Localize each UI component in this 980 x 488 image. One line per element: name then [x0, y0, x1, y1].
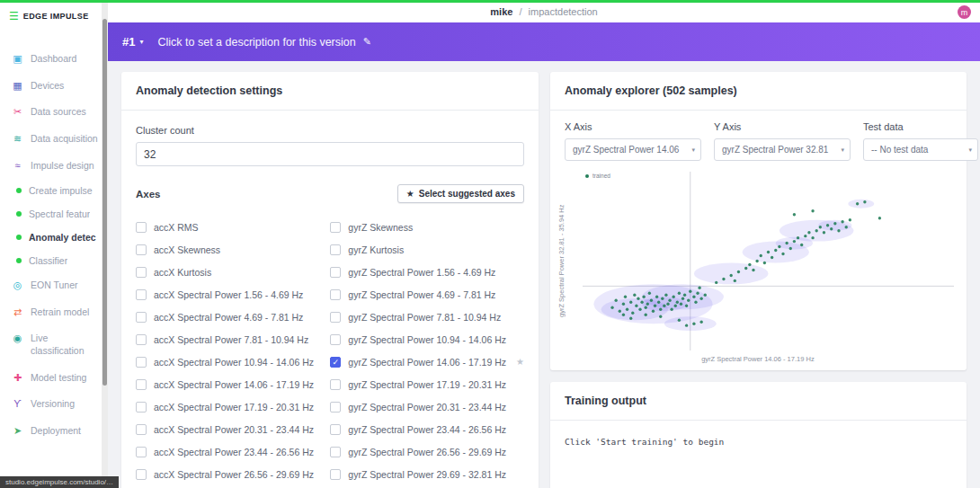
version-number: #1	[122, 35, 135, 49]
axis-checkbox-row[interactable]: accX Spectral Power 14.06 - 17.19 Hz	[136, 373, 319, 395]
axis-checkbox[interactable]	[330, 469, 341, 480]
edge-impulse-logo[interactable]: ☰ EDGE IMPULSE	[0, 3, 102, 31]
sidebar-item-retrain-model[interactable]: ⇄ Retrain model	[12, 299, 102, 326]
sidebar-item-deployment[interactable]: ➤ Deployment	[12, 418, 102, 445]
axis-checkbox-row[interactable]: accX Kurtosis	[136, 261, 319, 283]
axis-checkbox[interactable]	[330, 312, 341, 323]
axis-checkbox[interactable]	[136, 222, 147, 233]
axis-checkbox[interactable]	[330, 267, 341, 278]
axis-checkbox-row[interactable]: gyrZ Spectral Power 29.69 - 32.81 Hz	[330, 463, 524, 485]
sidebar-nav: ▣ Dashboard ▦ Devices ✂ Data sources ≋ D…	[0, 31, 102, 445]
axis-label: accX Spectral Power 14.06 - 17.19 Hz	[154, 379, 314, 390]
axis-label: gyrZ Spectral Power 26.56 - 29.69 Hz	[348, 447, 506, 457]
x-axis-select[interactable]: gyrZ Spectral Power 14.06 ▾	[565, 138, 701, 161]
axis-checkbox[interactable]	[330, 244, 341, 255]
devices-icon: ▦	[12, 80, 23, 92]
version-description[interactable]: Click to set a description for this vers…	[157, 36, 370, 49]
axis-checkbox[interactable]	[136, 379, 147, 390]
sidebar-item-impulse-design[interactable]: ≈ Impulse design	[12, 153, 102, 180]
axis-checkbox-row[interactable]: accX Spectral Power 17.19 - 20.31 Hz	[136, 395, 319, 418]
topbar: mike / impactdetection m	[108, 3, 980, 22]
axis-checkbox-row[interactable]: accX Spectral Power 4.69 - 7.81 Hz	[136, 306, 319, 328]
sidebar-scrollbar[interactable]	[102, 3, 108, 488]
axis-checkbox[interactable]	[136, 334, 147, 345]
sidebar-item-spectral-features[interactable]: Spectral featur	[12, 202, 102, 226]
axis-checkbox-row[interactable]: gyrZ Kurtosis	[330, 238, 524, 261]
axis-label: accX Spectral Power 26.56 - 29.69 Hz	[154, 469, 314, 480]
axis-checkbox-row[interactable]: gyrZ Skewness	[330, 216, 524, 238]
axis-checkbox-row[interactable]: gyrZ Spectral Power 17.19 - 20.31 Hz	[330, 373, 524, 395]
axis-checkbox[interactable]	[136, 244, 147, 255]
axis-checkbox[interactable]	[330, 222, 341, 233]
axis-checkbox[interactable]	[136, 469, 147, 480]
chevron-down-icon: ▾	[139, 38, 143, 46]
axis-checkbox[interactable]	[330, 402, 341, 413]
axis-checkbox[interactable]	[330, 334, 341, 345]
edit-pencil-icon: ✎	[363, 36, 371, 48]
version-dropdown[interactable]: #1 ▾	[122, 35, 143, 49]
axis-checkbox-row[interactable]: gyrZ Spectral Power 23.44 - 26.56 Hz	[330, 418, 524, 440]
axis-checkbox-row[interactable]: accX Skewness	[136, 238, 319, 261]
axis-label: gyrZ Spectral Power 29.69 - 32.81 Hz	[348, 469, 506, 480]
sidebar-item-devices[interactable]: ▦ Devices	[12, 73, 102, 100]
axis-checkbox-row[interactable]: accX Spectral Power 26.56 - 29.69 Hz	[136, 463, 319, 485]
axis-checkbox-row[interactable]: gyrZ Spectral Power 26.56 - 29.69 Hz	[330, 440, 524, 463]
axis-checkbox[interactable]	[136, 312, 147, 323]
axis-checkbox[interactable]	[136, 289, 147, 300]
sidebar-item-classifier[interactable]: Classifier	[12, 249, 102, 272]
live-classification-icon: ◉	[12, 333, 23, 344]
star-icon: ★	[406, 189, 414, 199]
select-suggested-axes-button[interactable]: ★ Select suggested axes	[397, 184, 524, 203]
axis-checkbox-row[interactable]: gyrZ Spectral Power 4.69 - 7.81 Hz	[330, 283, 524, 306]
axis-checkbox[interactable]	[330, 447, 341, 457]
axis-checkbox-row[interactable]: accX Spectral Power 20.31 - 23.44 Hz	[136, 418, 319, 440]
axis-checkbox-row[interactable]: accX RMS	[136, 216, 319, 238]
axis-label: gyrZ Spectral Power 17.19 - 20.31 Hz	[348, 379, 506, 390]
axis-checkbox[interactable]	[330, 379, 341, 390]
axis-checkbox[interactable]	[136, 267, 147, 278]
x-axis-selected-value: gyrZ Spectral Power 14.06	[573, 145, 679, 155]
eon-tuner-icon: ◎	[12, 279, 23, 291]
sidebar-item-live-classification[interactable]: ◉ Live classification	[12, 325, 102, 364]
training-output-title: Training output	[550, 382, 967, 421]
breadcrumb-project[interactable]: impactdetection	[529, 6, 598, 17]
chart-x-axis-label: gyrZ Spectral Power 14.06 - 17.19 Hz	[701, 355, 814, 363]
training-output-card: Training output Click 'Start training' t…	[550, 382, 967, 488]
bullet-icon	[16, 235, 22, 240]
sidebar-item-dashboard[interactable]: ▣ Dashboard	[12, 46, 102, 73]
axes-header-row: Axes ★ Select suggested axes	[136, 184, 524, 203]
axis-checkbox-row[interactable]: accX Spectral Power 1.56 - 4.69 Hz	[136, 283, 319, 306]
axis-checkbox[interactable]	[136, 402, 147, 413]
axis-checkbox-row[interactable]: accX Spectral Power 10.94 - 14.06 Hz	[136, 350, 319, 373]
avatar[interactable]: m	[958, 5, 971, 19]
sidebar-item-data-acquisition[interactable]: ≋ Data acquisition	[12, 126, 102, 153]
axis-checkbox[interactable]	[136, 424, 147, 435]
sidebar-item-model-testing[interactable]: ✚ Model testing	[12, 365, 102, 392]
breadcrumb-user[interactable]: mike	[490, 6, 512, 17]
axis-checkbox-row[interactable]: accX Spectral Power 23.44 - 26.56 Hz	[136, 440, 319, 463]
axis-label: gyrZ Spectral Power 20.31 - 23.44 Hz	[348, 402, 506, 413]
sidebar-item-anomaly-detection[interactable]: Anomaly detec	[12, 226, 102, 249]
axis-checkbox-row[interactable]: accX Spectral Power 7.81 - 10.94 Hz	[136, 328, 319, 350]
axis-checkbox-row[interactable]: gyrZ Spectral Power 1.56 - 4.69 Hz	[330, 261, 524, 283]
scatter-plot-canvas[interactable]	[583, 172, 954, 350]
axis-checkbox-row[interactable]: gyrZ Spectral Power 7.81 - 10.94 Hz	[330, 306, 524, 328]
test-data-select[interactable]: -- No test data ▾	[863, 138, 978, 161]
explorer-controls: X Axis gyrZ Spectral Power 14.06 ▾ Y Axi…	[550, 111, 967, 170]
axis-checkbox[interactable]	[136, 357, 147, 368]
settings-card-title: Anomaly detection settings	[121, 72, 539, 111]
axis-checkbox-row[interactable]: gyrZ Spectral Power 10.94 - 14.06 Hz	[330, 328, 524, 350]
sidebar-item-data-sources[interactable]: ✂ Data sources	[12, 99, 102, 126]
axis-checkbox[interactable]	[330, 289, 341, 300]
sidebar-item-versioning[interactable]: ϒ Versioning	[12, 391, 102, 418]
sidebar-item-eon-tuner[interactable]: ◎ EON Tuner	[12, 272, 102, 299]
axis-checkbox-row[interactable]: gyrZ Spectral Power 20.31 - 23.44 Hz	[330, 395, 524, 418]
scrollbar-thumb[interactable]	[102, 19, 107, 386]
sidebar-item-create-impulse[interactable]: Create impulse	[12, 179, 102, 202]
cluster-count-input[interactable]	[136, 142, 524, 166]
y-axis-select[interactable]: gyrZ Spectral Power 32.81 ▾	[714, 138, 851, 161]
axis-checkbox-row[interactable]: ✓ gyrZ Spectral Power 14.06 - 17.19 Hz ★	[330, 350, 524, 373]
axis-checkbox[interactable]	[330, 424, 341, 435]
axis-checkbox[interactable]: ✓	[330, 357, 341, 368]
axis-checkbox[interactable]	[136, 447, 147, 457]
